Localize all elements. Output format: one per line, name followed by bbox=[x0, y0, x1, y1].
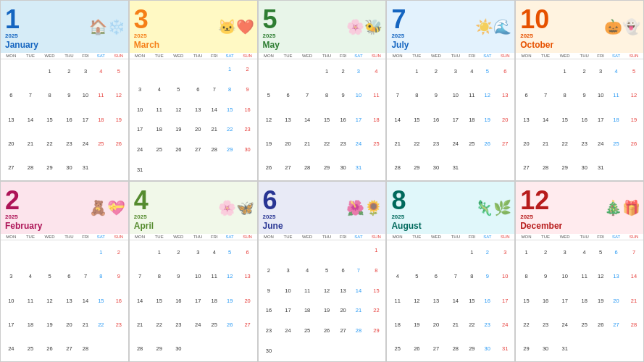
cal-day bbox=[189, 160, 207, 180]
cal-day: 19 bbox=[408, 313, 426, 337]
cal-day: 26 bbox=[624, 132, 643, 156]
cal-week-row: 1234567 bbox=[516, 240, 643, 265]
day-header-sat: SAT bbox=[479, 53, 495, 59]
cal-table: MONTUEWEDTHUFRISATSUN1234567891011121314… bbox=[516, 53, 643, 180]
cal-day: 14 bbox=[130, 289, 151, 313]
cal-day: 13 bbox=[1, 108, 22, 132]
cal-day: 5 bbox=[408, 265, 426, 289]
cal-day: 29 bbox=[39, 156, 60, 180]
cal-day: 31 bbox=[78, 156, 93, 180]
cal-day: 6 bbox=[495, 59, 514, 84]
calendar-grid: 12025January🏠❄️MONTUEWEDTHUFRISATSUN1234… bbox=[0, 0, 644, 362]
cal-day: 2 bbox=[238, 59, 257, 80]
calendar-body: MONTUEWEDTHUFRISATSUN1234567891011121314… bbox=[259, 53, 386, 180]
cal-day: 28 bbox=[624, 313, 643, 337]
calendar-body: MONTUEWEDTHUFRISATSUN1234567891011121314… bbox=[259, 234, 386, 361]
calendar-body: MONTUEWEDTHUFRISATSUN1234567891011121314… bbox=[516, 53, 643, 180]
cal-day: 27 bbox=[426, 337, 447, 361]
cal-day bbox=[367, 341, 385, 361]
month-year: 2025 bbox=[520, 214, 562, 221]
cal-day bbox=[426, 240, 447, 265]
day-header-sat: SAT bbox=[93, 234, 109, 240]
cal-day: 14 bbox=[22, 108, 40, 132]
cal-day: 18 bbox=[575, 289, 593, 313]
cal-day bbox=[93, 337, 109, 361]
cal-day: 19 bbox=[624, 108, 643, 132]
month-header-m5: 52025May🌸🐝 bbox=[259, 1, 386, 53]
cal-day bbox=[207, 337, 222, 361]
calendar-body: MONTUEWEDTHUFRISATSUN1234567891011121314… bbox=[387, 53, 514, 180]
month-number: 12 bbox=[520, 188, 562, 214]
cal-day: 18 bbox=[207, 289, 222, 313]
cal-day: 1 bbox=[317, 59, 335, 84]
cal-day bbox=[479, 156, 495, 180]
day-header-thu: THU bbox=[60, 53, 78, 59]
cal-week-row: 20212223242526 bbox=[516, 132, 643, 156]
cal-day: 24 bbox=[279, 321, 297, 341]
month-m7: 72025July☀️🌊MONTUEWEDTHUFRISATSUN1234567… bbox=[386, 0, 515, 181]
cal-day: 18 bbox=[150, 120, 168, 140]
cal-week-row: 3456789 bbox=[1, 265, 128, 289]
cal-day: 13 bbox=[279, 108, 297, 132]
month-year: 2025 bbox=[134, 214, 154, 221]
cal-day bbox=[130, 59, 151, 80]
month-name: February bbox=[5, 221, 42, 231]
day-header-sun: SUN bbox=[238, 53, 257, 59]
cal-day: 17 bbox=[1, 313, 22, 337]
cal-day: 7 bbox=[297, 84, 318, 108]
cal-day: 23 bbox=[259, 321, 280, 341]
month-name: October bbox=[520, 40, 553, 50]
cal-day: 10 bbox=[1, 289, 22, 313]
cal-day bbox=[189, 337, 207, 361]
cal-week-row: 22232425262728 bbox=[516, 313, 643, 337]
month-number: 7 bbox=[391, 7, 409, 33]
day-header-sat: SAT bbox=[608, 234, 624, 240]
cal-day: 25 bbox=[150, 140, 168, 160]
cal-week-row: 19202122232425 bbox=[259, 132, 386, 156]
cal-day: 28 bbox=[78, 337, 93, 361]
cal-day: 12 bbox=[222, 265, 238, 289]
cal-day: 23 bbox=[336, 132, 351, 156]
cal-day: 9 bbox=[575, 84, 593, 108]
cal-day: 4 bbox=[464, 59, 479, 84]
month-year: 2025 bbox=[391, 214, 421, 221]
day-header-sun: SUN bbox=[495, 234, 514, 240]
day-header-thu: THU bbox=[317, 234, 335, 240]
cal-week-row: 21222324252627 bbox=[387, 132, 514, 156]
cal-day: 1 bbox=[367, 240, 385, 261]
day-header-fri: FRI bbox=[78, 234, 93, 240]
cal-week-row: 31 bbox=[130, 160, 257, 180]
day-header-sun: SUN bbox=[495, 53, 514, 59]
month-decoration: 🦎🌿 bbox=[475, 182, 514, 234]
month-name: May bbox=[263, 40, 280, 50]
cal-day bbox=[317, 240, 335, 261]
cal-day: 24 bbox=[1, 337, 22, 361]
day-header-tue: TUE bbox=[408, 234, 426, 240]
cal-day: 23 bbox=[168, 313, 189, 337]
cal-day: 12 bbox=[39, 289, 60, 313]
month-m10: 102025October🎃👻MONTUEWEDTHUFRISATSUN1234… bbox=[515, 0, 644, 181]
cal-day: 20 bbox=[60, 313, 78, 337]
cal-day: 23 bbox=[426, 132, 447, 156]
cal-day: 7 bbox=[624, 240, 643, 265]
cal-table: MONTUEWEDTHUFRISATSUN1234567891011121314… bbox=[1, 234, 128, 361]
cal-day bbox=[22, 59, 40, 84]
day-header-tue: TUE bbox=[22, 53, 40, 59]
month-m12: 122025December🎄🎁MONTUEWEDTHUFRISATSUN123… bbox=[515, 181, 644, 362]
day-header-sun: SUN bbox=[109, 53, 128, 59]
cal-week-row: 262728293031 bbox=[259, 156, 386, 180]
cal-week-row: 123456 bbox=[387, 59, 514, 84]
cal-day: 22 bbox=[222, 120, 238, 140]
cal-day: 20 bbox=[516, 132, 537, 156]
day-header-tue: TUE bbox=[537, 53, 555, 59]
month-year: 2025 bbox=[134, 33, 159, 40]
cal-day: 25 bbox=[464, 132, 479, 156]
cal-day: 20 bbox=[426, 313, 447, 337]
cal-day: 28 bbox=[350, 321, 367, 341]
cal-day: 26 bbox=[222, 313, 238, 337]
day-header-wed: WED bbox=[554, 53, 575, 59]
cal-day: 20 bbox=[608, 289, 624, 313]
cal-day: 11 bbox=[22, 289, 40, 313]
cal-day: 17 bbox=[189, 289, 207, 313]
cal-day: 7 bbox=[130, 265, 151, 289]
